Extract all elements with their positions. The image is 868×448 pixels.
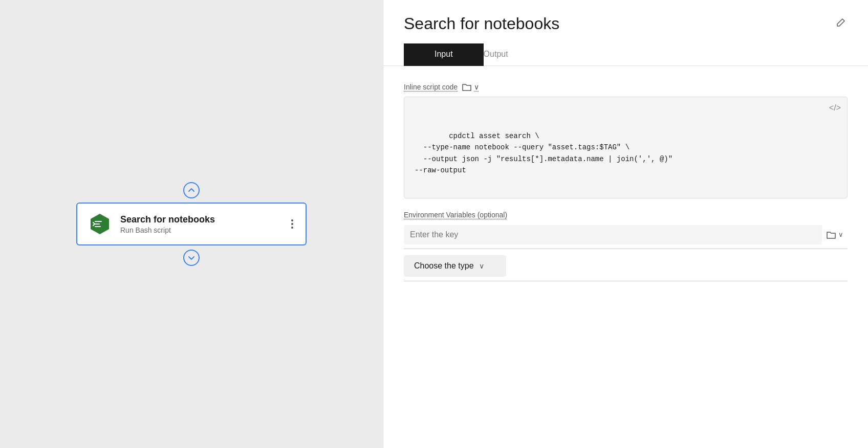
inline-script-label: Inline script code ∨ (404, 82, 848, 92)
svg-rect-2 (95, 223, 100, 225)
node-card: Search for notebooks Run Bash script (76, 203, 307, 245)
detail-content: Inline script code ∨ </> cpdctl asset se… (383, 66, 868, 298)
code-editor[interactable]: </> cpdctl asset search \ --type-name no… (404, 97, 848, 198)
env-key-row: ∨ (404, 225, 848, 249)
script-folder-button[interactable]: ∨ (462, 82, 479, 92)
node-menu-button[interactable] (289, 217, 295, 231)
code-content: cpdctl asset search \ --type-name notebo… (415, 132, 672, 174)
tab-input[interactable]: Input (404, 43, 484, 66)
edit-title-button[interactable] (833, 16, 848, 32)
detail-panel: Search for notebooks Input Output Inline… (383, 0, 868, 448)
chevron-down-icon: ∨ (479, 262, 484, 270)
detail-title: Search for notebooks (404, 14, 559, 33)
type-select-row: Choose the type ∨ (404, 255, 848, 281)
inline-script-section: Inline script code ∨ </> cpdctl asset se… (404, 82, 848, 198)
node-text: Search for notebooks Run Bash script (120, 214, 281, 234)
type-select-button[interactable]: Choose the type ∨ (404, 255, 506, 277)
env-key-input[interactable] (404, 225, 822, 244)
node-title: Search for notebooks (120, 214, 281, 225)
svg-rect-3 (95, 226, 101, 227)
nav-up-button[interactable] (183, 182, 200, 198)
svg-rect-1 (95, 221, 102, 222)
bash-script-icon (88, 212, 112, 236)
detail-header: Search for notebooks Input Output (383, 0, 868, 66)
type-placeholder: Choose the type (414, 261, 474, 271)
code-toggle-button[interactable]: </> (829, 103, 841, 113)
tab-output[interactable]: Output (484, 43, 529, 66)
detail-title-row: Search for notebooks (404, 14, 848, 33)
env-key-icons[interactable]: ∨ (822, 230, 848, 239)
node-wrapper: Search for notebooks Run Bash script (76, 178, 307, 270)
node-subtitle: Run Bash script (120, 226, 281, 234)
nav-down-button[interactable] (183, 250, 200, 266)
canvas-panel: Search for notebooks Run Bash script (0, 0, 383, 448)
tabs-row: Input Output (404, 43, 848, 65)
env-label: Environment Variables (optional) (404, 211, 848, 219)
env-variables-section: Environment Variables (optional) ∨ Choos… (404, 211, 848, 281)
